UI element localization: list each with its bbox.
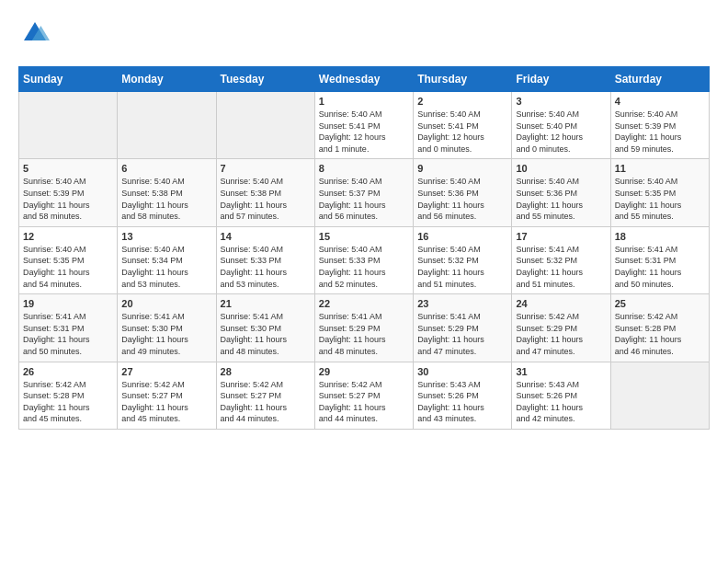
calendar-cell: 16Sunrise: 5:40 AM Sunset: 5:32 PM Dayli… — [414, 226, 512, 293]
calendar-header-sunday: Sunday — [19, 67, 118, 92]
day-number: 5 — [23, 163, 113, 174]
day-info: Sunrise: 5:40 AM Sunset: 5:34 PM Dayligh… — [121, 244, 211, 290]
day-info: Sunrise: 5:40 AM Sunset: 5:33 PM Dayligh… — [221, 244, 311, 290]
day-info: Sunrise: 5:40 AM Sunset: 5:33 PM Dayligh… — [319, 244, 409, 290]
day-info: Sunrise: 5:40 AM Sunset: 5:32 PM Dayligh… — [417, 244, 507, 290]
calendar-cell: 6Sunrise: 5:40 AM Sunset: 5:38 PM Daylig… — [118, 159, 216, 226]
calendar-week-row: 1Sunrise: 5:40 AM Sunset: 5:41 PM Daylig… — [19, 92, 710, 159]
day-number: 2 — [417, 96, 507, 107]
day-number: 29 — [319, 366, 409, 377]
day-number: 11 — [615, 163, 705, 174]
day-number: 31 — [516, 366, 606, 377]
day-number: 15 — [319, 231, 409, 242]
calendar-cell — [19, 92, 118, 159]
day-info: Sunrise: 5:41 AM Sunset: 5:29 PM Dayligh… — [319, 311, 409, 357]
day-info: Sunrise: 5:40 AM Sunset: 5:37 PM Dayligh… — [319, 176, 409, 222]
calendar-cell: 8Sunrise: 5:40 AM Sunset: 5:37 PM Daylig… — [314, 159, 413, 226]
logo-icon — [20, 18, 50, 48]
day-info: Sunrise: 5:42 AM Sunset: 5:27 PM Dayligh… — [319, 379, 409, 425]
day-number: 30 — [417, 366, 507, 377]
day-number: 24 — [516, 298, 606, 309]
day-info: Sunrise: 5:43 AM Sunset: 5:26 PM Dayligh… — [417, 379, 507, 425]
day-number: 19 — [23, 298, 113, 309]
calendar-table: SundayMondayTuesdayWednesdayThursdayFrid… — [18, 66, 710, 430]
calendar-cell: 22Sunrise: 5:41 AM Sunset: 5:29 PM Dayli… — [314, 294, 413, 362]
calendar-cell: 4Sunrise: 5:40 AM Sunset: 5:39 PM Daylig… — [610, 92, 709, 159]
calendar-cell: 14Sunrise: 5:40 AM Sunset: 5:33 PM Dayli… — [216, 226, 314, 293]
day-info: Sunrise: 5:41 AM Sunset: 5:31 PM Dayligh… — [23, 311, 113, 357]
calendar-cell: 27Sunrise: 5:42 AM Sunset: 5:27 PM Dayli… — [118, 362, 216, 429]
day-number: 25 — [615, 298, 705, 309]
day-number: 28 — [221, 366, 311, 377]
day-info: Sunrise: 5:41 AM Sunset: 5:30 PM Dayligh… — [221, 311, 311, 357]
calendar-header-friday: Friday — [512, 67, 610, 92]
day-info: Sunrise: 5:42 AM Sunset: 5:28 PM Dayligh… — [23, 379, 113, 425]
calendar-cell — [118, 92, 216, 159]
day-number: 9 — [417, 163, 507, 174]
calendar-cell: 20Sunrise: 5:41 AM Sunset: 5:30 PM Dayli… — [118, 294, 216, 362]
day-info: Sunrise: 5:42 AM Sunset: 5:27 PM Dayligh… — [121, 379, 211, 425]
calendar-cell: 30Sunrise: 5:43 AM Sunset: 5:26 PM Dayli… — [414, 362, 512, 429]
calendar-cell: 21Sunrise: 5:41 AM Sunset: 5:30 PM Dayli… — [216, 294, 314, 362]
day-number: 3 — [516, 96, 606, 107]
calendar-cell: 28Sunrise: 5:42 AM Sunset: 5:27 PM Dayli… — [216, 362, 314, 429]
day-info: Sunrise: 5:40 AM Sunset: 5:35 PM Dayligh… — [615, 176, 705, 222]
calendar-cell: 9Sunrise: 5:40 AM Sunset: 5:36 PM Daylig… — [414, 159, 512, 226]
day-number: 26 — [23, 366, 113, 377]
day-number: 23 — [417, 298, 507, 309]
calendar-cell: 23Sunrise: 5:41 AM Sunset: 5:29 PM Dayli… — [414, 294, 512, 362]
calendar-week-row: 12Sunrise: 5:40 AM Sunset: 5:35 PM Dayli… — [19, 226, 710, 293]
calendar-cell: 5Sunrise: 5:40 AM Sunset: 5:39 PM Daylig… — [19, 159, 118, 226]
logo — [18, 18, 50, 52]
day-number: 7 — [221, 163, 311, 174]
calendar-cell: 12Sunrise: 5:40 AM Sunset: 5:35 PM Dayli… — [19, 226, 118, 293]
day-number: 27 — [121, 366, 211, 377]
day-number: 16 — [417, 231, 507, 242]
day-number: 10 — [516, 163, 606, 174]
day-number: 21 — [221, 298, 311, 309]
calendar-cell: 24Sunrise: 5:42 AM Sunset: 5:29 PM Dayli… — [512, 294, 610, 362]
calendar-week-row: 26Sunrise: 5:42 AM Sunset: 5:28 PM Dayli… — [19, 362, 710, 429]
day-info: Sunrise: 5:40 AM Sunset: 5:36 PM Dayligh… — [516, 176, 606, 222]
calendar-cell: 25Sunrise: 5:42 AM Sunset: 5:28 PM Dayli… — [610, 294, 709, 362]
day-number: 8 — [319, 163, 409, 174]
day-info: Sunrise: 5:40 AM Sunset: 5:41 PM Dayligh… — [319, 109, 409, 155]
day-number: 18 — [615, 231, 705, 242]
calendar-cell: 31Sunrise: 5:43 AM Sunset: 5:26 PM Dayli… — [512, 362, 610, 429]
day-info: Sunrise: 5:41 AM Sunset: 5:32 PM Dayligh… — [516, 244, 606, 290]
day-info: Sunrise: 5:40 AM Sunset: 5:38 PM Dayligh… — [221, 176, 311, 222]
day-info: Sunrise: 5:40 AM Sunset: 5:38 PM Dayligh… — [121, 176, 211, 222]
calendar-cell: 29Sunrise: 5:42 AM Sunset: 5:27 PM Dayli… — [314, 362, 413, 429]
day-info: Sunrise: 5:42 AM Sunset: 5:28 PM Dayligh… — [615, 311, 705, 357]
day-info: Sunrise: 5:42 AM Sunset: 5:27 PM Dayligh… — [221, 379, 311, 425]
calendar-cell — [610, 362, 709, 429]
day-info: Sunrise: 5:43 AM Sunset: 5:26 PM Dayligh… — [516, 379, 606, 425]
calendar-header-saturday: Saturday — [610, 67, 709, 92]
calendar-cell: 7Sunrise: 5:40 AM Sunset: 5:38 PM Daylig… — [216, 159, 314, 226]
day-number: 22 — [319, 298, 409, 309]
day-info: Sunrise: 5:41 AM Sunset: 5:29 PM Dayligh… — [417, 311, 507, 357]
day-info: Sunrise: 5:41 AM Sunset: 5:30 PM Dayligh… — [121, 311, 211, 357]
day-number: 20 — [121, 298, 211, 309]
day-info: Sunrise: 5:40 AM Sunset: 5:35 PM Dayligh… — [23, 244, 113, 290]
day-info: Sunrise: 5:42 AM Sunset: 5:29 PM Dayligh… — [516, 311, 606, 357]
calendar-header-monday: Monday — [118, 67, 216, 92]
calendar-cell: 11Sunrise: 5:40 AM Sunset: 5:35 PM Dayli… — [610, 159, 709, 226]
day-info: Sunrise: 5:40 AM Sunset: 5:39 PM Dayligh… — [615, 109, 705, 155]
calendar-cell: 13Sunrise: 5:40 AM Sunset: 5:34 PM Dayli… — [118, 226, 216, 293]
calendar-week-row: 19Sunrise: 5:41 AM Sunset: 5:31 PM Dayli… — [19, 294, 710, 362]
calendar-header-thursday: Thursday — [414, 67, 512, 92]
calendar-week-row: 5Sunrise: 5:40 AM Sunset: 5:39 PM Daylig… — [19, 159, 710, 226]
calendar-cell: 15Sunrise: 5:40 AM Sunset: 5:33 PM Dayli… — [314, 226, 413, 293]
calendar-header-wednesday: Wednesday — [314, 67, 413, 92]
day-number: 17 — [516, 231, 606, 242]
calendar-header-row: SundayMondayTuesdayWednesdayThursdayFrid… — [19, 67, 710, 92]
day-info: Sunrise: 5:40 AM Sunset: 5:40 PM Dayligh… — [516, 109, 606, 155]
calendar-header-tuesday: Tuesday — [216, 67, 314, 92]
calendar-cell: 17Sunrise: 5:41 AM Sunset: 5:32 PM Dayli… — [512, 226, 610, 293]
day-number: 6 — [121, 163, 211, 174]
day-number: 14 — [221, 231, 311, 242]
day-number: 1 — [319, 96, 409, 107]
calendar-cell: 18Sunrise: 5:41 AM Sunset: 5:31 PM Dayli… — [610, 226, 709, 293]
calendar-cell: 26Sunrise: 5:42 AM Sunset: 5:28 PM Dayli… — [19, 362, 118, 429]
